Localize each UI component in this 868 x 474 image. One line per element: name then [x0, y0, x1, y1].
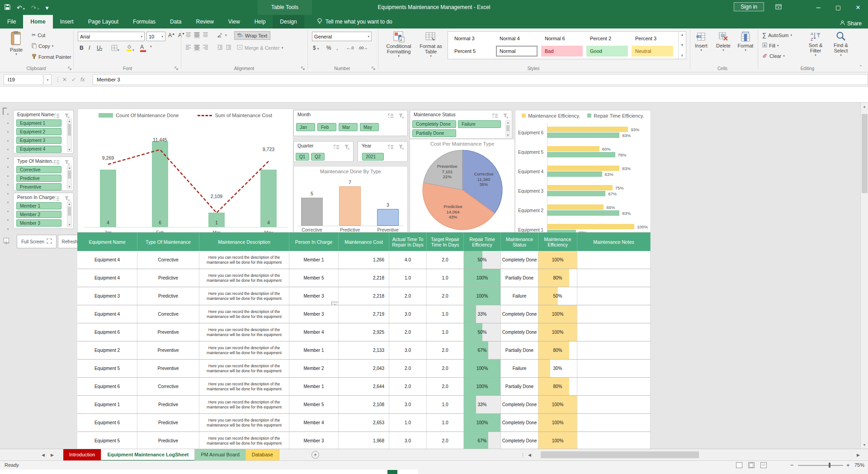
cell-maintenance-notes[interactable]: [577, 251, 651, 269]
slicer-item-member-3[interactable]: Member 3: [16, 219, 61, 227]
zoom-slider-thumb[interactable]: [829, 463, 830, 468]
cell-type-of-maintenance[interactable]: Predictive: [137, 396, 199, 413]
cell-person-in-charge[interactable]: Member 4: [289, 414, 339, 431]
cell-target-repair-time-in-days[interactable]: 1.0: [427, 414, 464, 431]
cell-maintenance-notes[interactable]: [577, 396, 651, 413]
cell-style-good[interactable]: Good: [586, 46, 628, 57]
cell-maintenance-description[interactable]: Here you can record the description of t…: [199, 287, 289, 305]
cell-equipment-name[interactable]: Equipment 4: [77, 269, 137, 287]
type-of-mainten-slicer[interactable]: Type Of Mainten...CorrectivePredictivePr…: [13, 156, 74, 191]
align-left-icon[interactable]: [185, 45, 191, 51]
person-in-charge-slicer[interactable]: Person In ChargeMember 1Member 2Member 3…: [13, 193, 74, 229]
cell-actual-time-to-repair-in-days[interactable]: 4.0: [389, 251, 427, 269]
multi-select-icon[interactable]: [53, 195, 61, 201]
cell-equipment-name[interactable]: Equipment 6: [77, 414, 137, 431]
multi-select-icon[interactable]: [492, 112, 499, 118]
equipment-name-slicer[interactable]: Equipment NameEquipment 1Equipment 2Equi…: [13, 110, 74, 154]
bold-button[interactable]: B: [80, 45, 84, 51]
column-header-target-repair-time-in-days[interactable]: Target Repair Time In Days: [427, 232, 464, 251]
cell-target-repair-time-in-days[interactable]: 1.0: [427, 305, 464, 323]
cell-style-neutral[interactable]: Neutral: [632, 46, 673, 57]
ribbon-tab-page-layout[interactable]: Page Layout: [81, 15, 126, 28]
vertical-scroll-thumb[interactable]: [862, 114, 868, 193]
decrease-font-icon[interactable]: A▼: [178, 32, 185, 38]
fill-color-icon[interactable]: ▾: [126, 44, 134, 52]
ribbon-tab-help[interactable]: Help: [247, 15, 273, 28]
cell-maintenance-status[interactable]: Completely Done: [501, 305, 538, 323]
cell-maintenance-description[interactable]: Here you can record the description of t…: [199, 360, 289, 377]
cell-actual-time-to-repair-in-days[interactable]: 1.0: [389, 414, 427, 431]
column-header-equipment-name[interactable]: Equipment Name: [77, 232, 137, 251]
cell-maintenance-cost[interactable]: 2,218: [339, 287, 389, 305]
font-size-select[interactable]: 10▾: [146, 32, 165, 41]
ribbon-tab-home[interactable]: Home: [23, 15, 52, 28]
cell-maintenance-efficiency[interactable]: 100%: [538, 251, 577, 269]
scroll-down-icon[interactable]: ▼: [861, 441, 868, 449]
cell-maintenance-cost[interactable]: 1,266: [339, 251, 389, 269]
cell-maintenance-cost[interactable]: 2,133: [339, 341, 389, 359]
cell-repair-time-efficiency[interactable]: 67%: [464, 432, 501, 449]
cell-maintenance-status[interactable]: Failure: [501, 360, 538, 377]
cell-equipment-name[interactable]: Equipment 5: [77, 432, 137, 449]
cell-type-of-maintenance[interactable]: Predictive: [137, 414, 199, 431]
slicer-item-member-1[interactable]: Member 1: [16, 202, 61, 209]
cell-maintenance-description[interactable]: Here you can record the description of t…: [199, 396, 289, 413]
cell-type-of-maintenance[interactable]: Preventive: [137, 341, 199, 359]
accounting-format-icon[interactable]: $ ▾: [313, 45, 319, 51]
cell-actual-time-to-repair-in-days[interactable]: 2.0: [389, 378, 427, 395]
prev-sheet-icon[interactable]: ◀: [42, 449, 45, 461]
cell-maintenance-description[interactable]: Here you can record the description of t…: [199, 323, 289, 341]
orientation-icon[interactable]: ab▾: [217, 32, 227, 38]
column-header-maintenance-efficiency[interactable]: Maintenance Efficiency: [538, 232, 577, 251]
equipment-name-slicer-scrollbar[interactable]: ▲▼: [67, 119, 72, 152]
column-header-maintenance-description[interactable]: Maintenance Description: [199, 232, 289, 251]
comma-style-icon[interactable]: ,: [336, 45, 338, 51]
clear-filter-icon[interactable]: [398, 112, 406, 118]
cell-style-percent-3[interactable]: Percent 3: [632, 33, 673, 44]
cell-target-repair-time-in-days[interactable]: 2.0: [427, 341, 464, 359]
vertical-scrollbar[interactable]: ▲ ▼: [860, 103, 868, 449]
merge-center-button[interactable]: Merge & Center▾: [234, 44, 286, 52]
cell-type-of-maintenance[interactable]: Corrective: [137, 251, 199, 269]
column-header-maintenance-notes[interactable]: Maintenance Notes: [577, 232, 651, 251]
pie-chart[interactable]: Cost Per Maintenance TypeCorrective11,38…: [410, 139, 515, 232]
cell-repair-time-efficiency[interactable]: 50%: [464, 323, 501, 341]
clear-filter-icon[interactable]: [503, 112, 510, 118]
undo-icon[interactable]: ↶▾: [17, 5, 25, 11]
increase-decimal-icon[interactable]: ←.0: [346, 46, 354, 50]
scroll-left-icon[interactable]: ◀: [528, 449, 531, 461]
cell-maintenance-notes[interactable]: [577, 378, 651, 395]
cell-target-repair-time-in-days[interactable]: 1.0: [427, 269, 464, 287]
cell-person-in-charge[interactable]: Member 3: [289, 432, 339, 449]
column-header-person-in-charge[interactable]: Person In Charge: [289, 232, 339, 251]
cell-actual-time-to-repair-in-days[interactable]: 3.0: [389, 396, 427, 413]
collapse-ribbon-icon[interactable]: ⌃: [859, 65, 863, 69]
cell-repair-time-efficiency[interactable]: 100%: [464, 414, 501, 431]
cell-style-bad[interactable]: Bad: [541, 46, 583, 57]
cell-maintenance-notes[interactable]: [577, 414, 651, 431]
slicer-item-preventive[interactable]: Preventive: [16, 183, 61, 190]
cell-maintenance-cost[interactable]: 2,925: [339, 323, 389, 341]
cell-repair-time-efficiency[interactable]: 33%: [464, 305, 501, 323]
cell-style-normal[interactable]: Normal: [496, 46, 538, 57]
increase-font-icon[interactable]: A▲: [168, 32, 175, 38]
slicer-scroll-up-icon[interactable]: ▲: [67, 166, 71, 169]
sheet-tab-introduction[interactable]: Introduction: [63, 449, 101, 461]
cell-target-repair-time-in-days[interactable]: 2.0: [427, 378, 464, 395]
cell-maintenance-status[interactable]: Completely Done: [501, 323, 538, 341]
cell-maintenance-cost[interactable]: 2,108: [339, 396, 389, 413]
cell-person-in-charge[interactable]: Member 5: [289, 396, 339, 413]
cell-maintenance-notes[interactable]: [577, 269, 651, 287]
slicer-scroll-thumb[interactable]: [506, 125, 509, 131]
slicer-scroll-thumb[interactable]: [68, 171, 71, 179]
cell-person-in-charge[interactable]: Member 3▼: [289, 287, 339, 305]
cell-type-of-maintenance[interactable]: Predictive: [137, 287, 199, 305]
format-painter-button[interactable]: Format Painter: [32, 54, 71, 60]
cell-maintenance-efficiency[interactable]: 100%: [538, 305, 577, 323]
customize-quick-access-icon[interactable]: ▾: [46, 5, 49, 11]
cell-equipment-name[interactable]: Equipment 5: [77, 360, 137, 377]
cell-maintenance-cost[interactable]: 2,653: [339, 414, 389, 431]
slicer-scroll-down-icon[interactable]: ▼: [67, 185, 71, 188]
column-header-type-of-maintenance[interactable]: Type Of Maintenance: [137, 232, 199, 251]
cell-maintenance-status[interactable]: Completely Done: [501, 414, 538, 431]
